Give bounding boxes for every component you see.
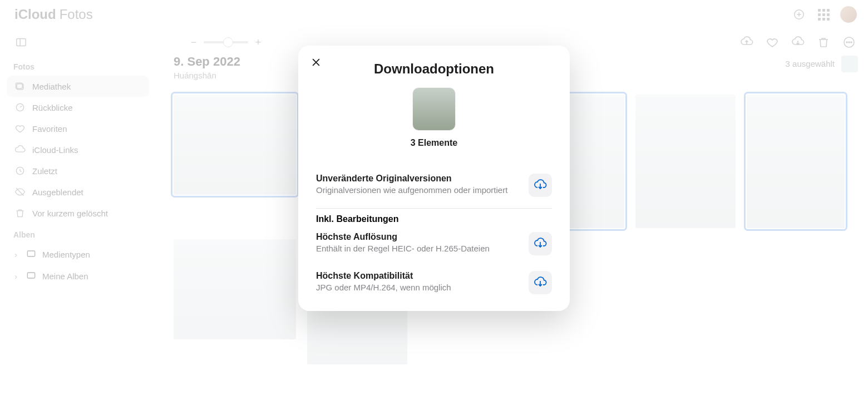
sidebar-item-label: Rückblicke bbox=[32, 103, 73, 112]
more-icon[interactable] bbox=[841, 34, 857, 50]
sidebar-item-label: Mediathek bbox=[32, 82, 71, 91]
brand-icloud: iCloud bbox=[14, 7, 56, 22]
photo-thumbnail[interactable] bbox=[174, 95, 296, 195]
option-description: Originalversionen wie aufgenommen oder i… bbox=[316, 185, 520, 196]
clock-icon bbox=[14, 165, 26, 176]
cloud-icon bbox=[14, 144, 26, 155]
delete-icon[interactable] bbox=[816, 34, 831, 50]
sidebar-item-label: Zuletzt bbox=[32, 166, 57, 176]
folder-icon bbox=[26, 270, 37, 283]
brand-app: Fotos bbox=[60, 7, 93, 22]
download-highres-button[interactable] bbox=[529, 232, 552, 255]
download-icon[interactable] bbox=[790, 34, 806, 50]
download-options-modal: Downloadoptionen 3 Elemente Unveränderte… bbox=[298, 46, 570, 311]
sidebar-item-favorites[interactable]: Favoriten bbox=[7, 118, 149, 139]
photo-thumbnail[interactable] bbox=[635, 95, 736, 228]
option-title: Höchste Auflösung bbox=[316, 232, 520, 242]
upload-icon[interactable] bbox=[739, 34, 754, 50]
section-heading-edits: Inkl. Bearbeitungen bbox=[316, 214, 552, 224]
sidebar-item-label: Ausgeblendet bbox=[32, 187, 83, 197]
folder-icon bbox=[26, 248, 37, 261]
sidebar-item-label: Vor kurzem gelöscht bbox=[32, 209, 108, 218]
content-date: 9. Sep 2022 bbox=[174, 55, 240, 69]
sidebar-item-hidden[interactable]: Ausgeblendet bbox=[7, 181, 149, 202]
sidebar-item-label: Medientypen bbox=[42, 250, 90, 259]
selection-count: 3 ausgewählt bbox=[786, 59, 835, 68]
sidebar-item-memories[interactable]: Rückblicke bbox=[7, 97, 149, 118]
add-icon[interactable] bbox=[791, 7, 807, 22]
svg-rect-1 bbox=[17, 39, 26, 46]
option-unmodified-originals: Unveränderte Originalversionen Originalv… bbox=[316, 167, 552, 206]
option-description: JPG oder MP4/H.264, wenn möglich bbox=[316, 282, 520, 293]
option-description: Enthält in der Regel HEIC- oder H.265-Da… bbox=[316, 243, 520, 254]
svg-point-3 bbox=[846, 42, 847, 43]
chevron-right-icon: › bbox=[14, 271, 20, 281]
favorite-icon[interactable] bbox=[765, 34, 780, 50]
library-icon bbox=[14, 81, 26, 92]
modal-preview-thumbnail bbox=[413, 88, 455, 130]
content-header: 9. Sep 2022 Huángshān bbox=[174, 55, 240, 80]
sidebar-item-library[interactable]: Mediathek bbox=[7, 76, 149, 97]
sidebar: Fotos Mediathek Rückblicke Favoriten iCl… bbox=[0, 56, 156, 287]
divider bbox=[316, 208, 552, 209]
selection-preview-thumb[interactable] bbox=[841, 56, 858, 72]
zoom-in-icon[interactable]: + bbox=[255, 37, 262, 48]
heart-icon bbox=[14, 123, 26, 134]
brand[interactable]: iCloud Fotos bbox=[11, 7, 93, 22]
download-originals-button[interactable] bbox=[529, 174, 552, 197]
sidebar-item-recent[interactable]: Zuletzt bbox=[7, 160, 149, 181]
svg-point-5 bbox=[851, 42, 852, 43]
option-highest-resolution: Höchste Auflösung Enthält in der Regel H… bbox=[316, 225, 552, 264]
modal-item-count: 3 Elemente bbox=[411, 138, 457, 148]
sidebar-heading-albums: Alben bbox=[7, 224, 149, 244]
sidebar-album-media-types[interactable]: ›Medientypen bbox=[7, 244, 149, 265]
sidebar-album-my-albums[interactable]: ›Meine Alben bbox=[7, 265, 149, 287]
sidebar-item-icloud-links[interactable]: iCloud-Links bbox=[7, 139, 149, 160]
app-launcher-icon[interactable] bbox=[816, 7, 831, 22]
svg-rect-11 bbox=[27, 273, 34, 278]
sidebar-item-recently-deleted[interactable]: Vor kurzem gelöscht bbox=[7, 202, 149, 224]
zoom-thumb[interactable] bbox=[223, 37, 233, 47]
sidebar-heading-photos: Fotos bbox=[7, 56, 149, 76]
top-bar: iCloud Fotos bbox=[0, 0, 868, 29]
modal-title: Downloadoptionen bbox=[316, 61, 552, 77]
sidebar-toggle-icon[interactable] bbox=[13, 34, 29, 50]
chevron-right-icon: › bbox=[14, 250, 20, 259]
sidebar-item-label: iCloud-Links bbox=[32, 145, 78, 155]
sidebar-item-label: Meine Alben bbox=[42, 271, 88, 281]
option-highest-compatibility: Höchste Kompatibilität JPG oder MP4/H.26… bbox=[316, 264, 552, 294]
option-title: Unveränderte Originalversionen bbox=[316, 174, 520, 184]
option-title: Höchste Kompatibilität bbox=[316, 271, 520, 281]
download-compat-button[interactable] bbox=[529, 271, 552, 294]
trash-icon bbox=[14, 208, 26, 219]
close-button[interactable] bbox=[309, 56, 323, 69]
zoom-track[interactable] bbox=[204, 41, 248, 43]
memories-icon bbox=[14, 102, 26, 113]
zoom-out-icon[interactable]: − bbox=[190, 37, 197, 48]
sidebar-item-label: Favoriten bbox=[32, 124, 67, 134]
zoom-slider[interactable]: − + bbox=[190, 37, 262, 48]
svg-point-4 bbox=[849, 42, 850, 43]
content-location: Huángshān bbox=[174, 71, 240, 80]
svg-rect-10 bbox=[27, 251, 34, 256]
eye-off-icon bbox=[14, 186, 26, 197]
account-avatar[interactable] bbox=[840, 6, 857, 23]
photo-thumbnail[interactable] bbox=[174, 239, 296, 339]
photo-thumbnail[interactable] bbox=[747, 95, 845, 228]
